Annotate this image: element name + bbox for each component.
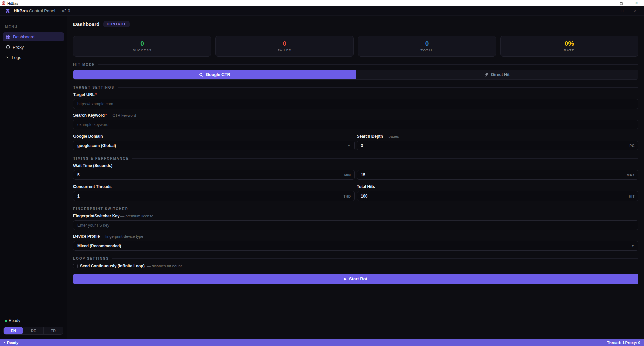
- app-title: HitBas Control Panel — v2.0: [14, 8, 70, 13]
- success-count: 0: [140, 40, 144, 47]
- hit-suffix: HIT: [629, 194, 635, 198]
- minimize-icon[interactable]: –: [608, 9, 610, 13]
- total-hits-field: Total Hits HIT: [357, 184, 639, 201]
- search-depth-label: Search Depth — pages: [357, 134, 639, 139]
- section-hit-mode: HIT MODE: [73, 63, 638, 67]
- google-ctr-mode-button[interactable]: Google CTR: [73, 70, 356, 79]
- status-dot-icon: [4, 342, 5, 343]
- thd-suffix: THD: [343, 194, 351, 198]
- search-depth-field: Search Depth — pages PG: [357, 134, 639, 150]
- concurrent-threads-input[interactable]: [73, 191, 355, 201]
- terminal-icon: >_: [6, 56, 9, 60]
- status-bar: Ready Thread: 1 Proxy: 0: [0, 339, 644, 346]
- app-header: HitBas Control Panel — v2.0 – □ ✕: [0, 6, 644, 16]
- fs-key-label: FingerprintSwitcher Key — premium licens…: [73, 214, 638, 219]
- page-header: Dashboard CONTROL: [73, 21, 638, 27]
- max-suffix: MAX: [627, 173, 635, 177]
- stat-card-failed: 0 FAILED: [215, 36, 353, 57]
- play-icon: ▶: [344, 277, 347, 281]
- sidebar-item-label: Logs: [12, 55, 21, 60]
- total-hits-label: Total Hits: [357, 184, 639, 189]
- sidebar-item-label: Proxy: [13, 45, 24, 50]
- sidebar-status-text: Ready: [9, 318, 20, 323]
- ready-dot-icon: [5, 320, 7, 322]
- fs-key-input[interactable]: [73, 220, 638, 230]
- grid-icon: [6, 34, 11, 39]
- language-button-en[interactable]: EN: [4, 327, 23, 334]
- sidebar: MENU Dashboard Proxy >_ Logs Ready EN DE: [0, 16, 67, 339]
- target-url-input[interactable]: [73, 99, 638, 109]
- search-icon: [199, 73, 203, 77]
- close-icon[interactable]: ✕: [634, 9, 637, 13]
- stat-card-rate: 0% RATE: [500, 36, 638, 57]
- google-domain-label: Google Domain: [73, 134, 355, 139]
- thread-count: Thread: 1: [607, 341, 625, 345]
- close-icon[interactable]: ✕: [629, 0, 644, 6]
- stats-row: 0 SUCCESS 0 FAILED 0 TOTAL 0% RATE: [73, 36, 638, 57]
- search-keyword-label: Search Keyword — CTR keyword: [73, 113, 638, 118]
- maximize-icon[interactable]: □: [621, 9, 623, 13]
- wait-time-max-input[interactable]: [357, 170, 639, 180]
- proxy-count: Proxy: 0: [625, 341, 640, 345]
- total-count: 0: [425, 40, 429, 47]
- section-target-settings: TARGET SETTINGS: [73, 86, 638, 89]
- infinite-loop-label: Send Continuously (Infinite Loop): [80, 263, 145, 269]
- sidebar-item-logs[interactable]: >_ Logs: [3, 53, 64, 62]
- os-window-controls: – ✕: [599, 0, 644, 6]
- rate-value: 0%: [565, 40, 574, 47]
- divider: [132, 158, 638, 159]
- divider: [112, 258, 638, 259]
- wait-time-label: Wait Time (Seconds): [73, 163, 638, 168]
- device-profile-select[interactable]: Mixed (Recommended) ▼: [73, 241, 638, 251]
- search-depth-input[interactable]: [357, 141, 639, 150]
- required-marker: [95, 92, 97, 97]
- chevron-down-icon: ▼: [631, 244, 634, 248]
- divider: [98, 64, 638, 65]
- shield-icon: [6, 45, 10, 50]
- google-domain-select[interactable]: google.com (Global) ▼: [73, 141, 355, 150]
- hit-mode-toggle: Google CTR Direct Hit: [73, 70, 638, 80]
- search-depth-suffix: PG: [630, 144, 635, 147]
- device-profile-label: Device Profile — fingerprint device type: [73, 234, 638, 239]
- section-fingerprint: FINGERPRINT SWITCHER: [73, 207, 638, 211]
- app-window-controls: – □ ✕: [608, 9, 639, 13]
- direct-hit-mode-button[interactable]: Direct Hit: [356, 70, 638, 79]
- concurrent-threads-label: Concurrent Threads: [73, 184, 355, 189]
- start-bot-button[interactable]: ▶ Start Bot: [73, 274, 638, 284]
- language-switcher: EN DE TR: [3, 327, 63, 335]
- status-right: Thread: 1 Proxy: 0: [607, 341, 640, 345]
- success-label: SUCCESS: [133, 48, 152, 52]
- total-label: TOTAL: [420, 48, 433, 52]
- main-content: Dashboard CONTROL 0 SUCCESS 0 FAILED 0 T…: [67, 16, 644, 339]
- wait-time-min-input[interactable]: [73, 170, 355, 180]
- failed-label: FAILED: [278, 48, 292, 52]
- link-icon: [484, 72, 489, 77]
- os-window-title: HitBas: [7, 1, 18, 5]
- stat-card-success: 0 SUCCESS: [73, 36, 211, 57]
- failed-count: 0: [283, 40, 287, 47]
- os-titlebar: HitBas – ✕: [0, 0, 644, 6]
- control-badge: CONTROL: [103, 21, 130, 27]
- divider: [118, 87, 638, 88]
- status-text: Ready: [7, 341, 19, 345]
- sidebar-item-dashboard[interactable]: Dashboard: [3, 32, 64, 41]
- language-button-tr[interactable]: TR: [43, 327, 63, 334]
- search-keyword-input[interactable]: [73, 120, 638, 129]
- total-hits-input[interactable]: [357, 191, 639, 201]
- restore-icon[interactable]: [614, 0, 629, 6]
- rate-label: RATE: [564, 48, 575, 52]
- language-button-de[interactable]: DE: [23, 327, 43, 334]
- layers-icon: [5, 8, 10, 14]
- sidebar-item-proxy[interactable]: Proxy: [3, 43, 64, 52]
- status-left: Ready: [4, 341, 19, 345]
- minimize-icon[interactable]: –: [599, 0, 614, 6]
- section-loop-settings: LOOP SETTINGS: [73, 257, 638, 260]
- required-marker: [105, 113, 107, 118]
- infinite-loop-option: Send Continuously (Infinite Loop) — disa…: [73, 263, 638, 269]
- chevron-down-icon: ▼: [348, 144, 351, 147]
- google-domain-field: Google Domain google.com (Global) ▼: [73, 134, 355, 150]
- infinite-loop-checkbox[interactable]: [73, 264, 78, 268]
- sidebar-item-label: Dashboard: [13, 34, 35, 39]
- section-timing: TIMING & PERFORMANCE: [73, 157, 638, 160]
- menu-section-label: MENU: [5, 25, 62, 29]
